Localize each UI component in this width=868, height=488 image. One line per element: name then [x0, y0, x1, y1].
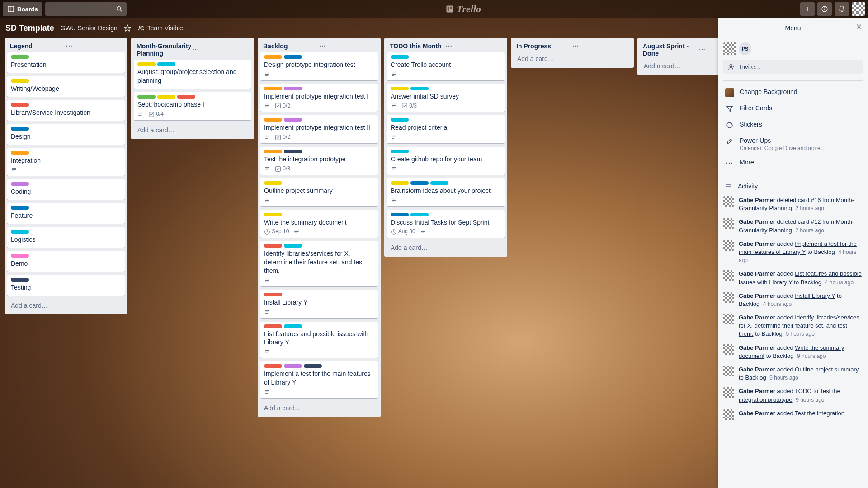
info-button[interactable]	[817, 2, 832, 16]
label-purple[interactable]	[284, 118, 302, 122]
card[interactable]: Outline project summary	[260, 178, 378, 206]
label-green[interactable]	[11, 55, 29, 59]
card[interactable]: Install Library Y	[260, 290, 378, 318]
card[interactable]: Testing	[7, 275, 125, 296]
card[interactable]: Design	[7, 124, 125, 145]
label-blue[interactable]	[284, 55, 302, 59]
board-title[interactable]: SD Template	[5, 23, 54, 33]
label-yellow[interactable]	[264, 181, 282, 185]
list-menu-button[interactable]: ···	[446, 42, 502, 50]
card[interactable]: Presentation	[7, 52, 125, 73]
label-blue[interactable]	[11, 127, 29, 131]
card[interactable]: Logistics	[7, 227, 125, 248]
filter-cards-item[interactable]: Filter Cards	[723, 101, 863, 117]
board-canvas[interactable]: Legend···PresentationWriting/WebpageLibr…	[0, 38, 718, 488]
card[interactable]: Library/Service Investigation	[7, 100, 125, 121]
card[interactable]: Test the integration prototype 0/3	[260, 147, 378, 175]
add-card-button[interactable]: Add a card…	[260, 402, 378, 414]
label-sky[interactable]	[284, 244, 302, 248]
list-menu-button[interactable]: ···	[699, 46, 718, 53]
label-orange[interactable]	[264, 150, 282, 153]
list-menu-button[interactable]: ···	[66, 42, 122, 50]
list-header[interactable]: In Progress···	[514, 41, 631, 52]
card[interactable]: Discuss Initial Tasks for Sept Sprint Au…	[387, 210, 505, 238]
activity-link[interactable]: Install Library Y	[795, 292, 835, 299]
label-sky[interactable]	[391, 55, 409, 59]
label-yellow[interactable]	[11, 79, 29, 83]
card[interactable]: List features and possible issues with L…	[260, 322, 378, 358]
label-yellow[interactable]	[157, 95, 175, 99]
create-button[interactable]	[800, 2, 815, 16]
card[interactable]: Answer initial SD survey 0/3	[387, 84, 505, 112]
list-header[interactable]: Month-Granularity Planning···	[134, 41, 251, 60]
label-yellow[interactable]	[391, 87, 409, 90]
label-black[interactable]	[304, 364, 322, 368]
list-header[interactable]: Backlog···	[260, 41, 378, 52]
add-card-button[interactable]: Add a card…	[514, 52, 631, 65]
label-orange[interactable]	[11, 151, 29, 155]
label-yellow[interactable]	[264, 213, 282, 216]
card[interactable]: Coding	[7, 179, 125, 200]
user-avatar[interactable]	[852, 2, 865, 16]
label-red[interactable]	[264, 244, 282, 248]
card[interactable]: Implement prototype integration test II …	[260, 115, 378, 143]
card[interactable]: Identify libraries/services for X, deter…	[260, 241, 378, 286]
label-sky[interactable]	[391, 150, 409, 153]
card[interactable]: Writing/Webpage	[7, 76, 125, 97]
powerups-item[interactable]: Power-Ups Calendar, Google Drive and mor…	[723, 133, 863, 155]
list-header[interactable]: Legend···	[7, 41, 125, 52]
card[interactable]: Feature	[7, 203, 125, 224]
activity-link[interactable]: Test the integration	[795, 410, 844, 417]
label-sky[interactable]	[11, 230, 29, 234]
card[interactable]: Create github repo for your team	[387, 147, 505, 175]
invite-button[interactable]: Invite…	[723, 60, 863, 74]
card[interactable]: Create Trello account	[387, 52, 505, 80]
close-menu-button[interactable]	[855, 23, 863, 33]
label-blue[interactable]	[410, 181, 429, 185]
label-orange[interactable]	[264, 55, 282, 59]
label-red[interactable]	[11, 103, 29, 107]
card[interactable]: August: group/project selection and plan…	[134, 60, 251, 89]
member-avatar[interactable]: PS	[739, 42, 751, 55]
more-item[interactable]: ··· More	[723, 155, 863, 171]
label-sky[interactable]	[157, 62, 175, 66]
card[interactable]: Integration	[7, 148, 125, 176]
list-menu-button[interactable]: ···	[572, 42, 628, 50]
change-background-item[interactable]: Change Background	[723, 84, 863, 101]
card[interactable]: Read project criteria	[387, 115, 505, 143]
label-green[interactable]	[137, 95, 156, 99]
add-card-button[interactable]: Add a card…	[640, 60, 718, 72]
member-avatar[interactable]	[723, 42, 736, 55]
card[interactable]: Brainstorm ideas about your project	[387, 178, 505, 206]
add-card-button[interactable]: Add a card…	[7, 299, 125, 312]
label-pink[interactable]	[11, 254, 29, 258]
label-orange[interactable]	[264, 87, 282, 90]
card[interactable]: Sept: bootcamp phase I 0/4	[134, 92, 251, 120]
activity-link[interactable]: Outline project summary	[795, 366, 859, 373]
label-purple[interactable]	[284, 364, 302, 368]
label-red[interactable]	[177, 95, 195, 99]
card[interactable]: Demo	[7, 251, 125, 272]
list-menu-button[interactable]: ···	[193, 46, 249, 53]
list-header[interactable]: TODO this Month···	[387, 41, 505, 52]
card[interactable]: Implement a test for the main features o…	[260, 361, 378, 398]
notifications-button[interactable]	[835, 2, 849, 16]
label-blue[interactable]	[391, 213, 409, 216]
list-header[interactable]: August Sprint - Done···	[640, 41, 718, 60]
label-yellow[interactable]	[137, 62, 156, 66]
label-red[interactable]	[264, 293, 282, 296]
label-sky[interactable]	[410, 213, 429, 216]
label-blue[interactable]	[11, 206, 29, 210]
visibility-button[interactable]: Team Visible	[137, 24, 183, 32]
label-red[interactable]	[264, 364, 282, 368]
card[interactable]: Implement prototype integration test I 0…	[260, 84, 378, 112]
label-black[interactable]	[11, 278, 29, 282]
card[interactable]: Write the summary document Sep 10	[260, 210, 378, 238]
label-orange[interactable]	[264, 118, 282, 122]
label-sky[interactable]	[284, 324, 302, 328]
label-sky[interactable]	[430, 181, 448, 185]
add-card-button[interactable]: Add a card…	[387, 241, 505, 254]
boards-button[interactable]: Boards	[3, 2, 42, 16]
star-button[interactable]	[124, 24, 131, 32]
label-purple[interactable]	[284, 87, 302, 90]
